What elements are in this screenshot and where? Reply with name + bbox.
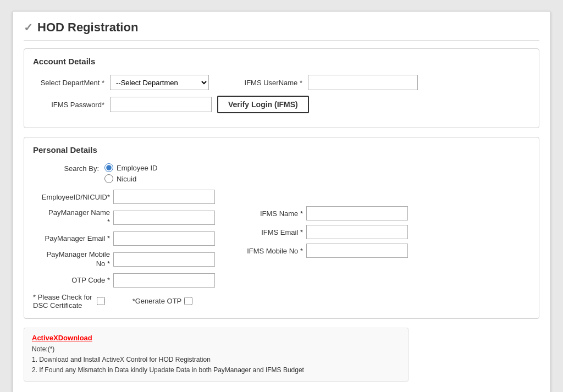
ifms-name-row: IFMS Name * <box>237 206 408 220</box>
radio-nicuid-label: Nicuid <box>117 175 136 183</box>
ifms-name-input[interactable] <box>306 206 408 220</box>
dsc-label: * Please Check forDSC Certificate <box>33 293 92 310</box>
radio-group: Employee ID Nicuid <box>104 163 157 183</box>
ifms-email-label: IFMS Email * <box>237 228 303 236</box>
check-icon: ✓ <box>24 21 33 34</box>
generate-otp-label: *Generate OTP <box>133 297 182 305</box>
dsc-otp-row: * Please Check forDSC Certificate *Gener… <box>33 293 530 310</box>
ifms-email-row: IFMS Email * <box>237 225 408 239</box>
paymanager-name-input[interactable] <box>113 211 215 225</box>
radio-employee-id-label: Employee ID <box>117 164 157 172</box>
ifms-email-input[interactable] <box>306 225 408 239</box>
ifms-mobile-row: IFMS Mobile No * <box>237 244 408 258</box>
department-select[interactable]: --Select DepartmenDepartment 1Department… <box>110 75 209 90</box>
notes-text: Note:(*) 1. Download and Install ActiveX… <box>32 344 400 376</box>
personal-details-title: Personal Details <box>33 145 530 157</box>
search-by-row: Search By: Employee ID Nicuid <box>33 163 530 183</box>
otp-code-label: OTP Code * <box>33 276 110 284</box>
radio-nicuid: Nicuid <box>104 174 157 183</box>
paymanager-mobile-label: PayManager MobileNo * <box>33 250 110 269</box>
ifms-mobile-input[interactable] <box>306 244 408 258</box>
password-input[interactable] <box>110 97 212 112</box>
paymanager-name-label: PayManager Name* <box>33 208 110 227</box>
radio-employee-id-input[interactable] <box>104 163 113 172</box>
personal-left-fields: EmployeeID/NICUID* PayManager Name* PayM… <box>33 190 215 288</box>
notes-item-2: 2. If Found any Mismatch in Data kindly … <box>32 365 400 376</box>
personal-right-fields: IFMS Name * IFMS Email * IFMS Mobile No … <box>237 206 408 288</box>
paymanager-email-row: PayManager Email * <box>33 231 215 246</box>
employee-nicuid-input[interactable] <box>113 190 215 204</box>
account-details-section: Account Details Select DepartMent * --Se… <box>24 48 539 128</box>
page-title: HOD Registration <box>37 20 138 35</box>
notes-section: ActiveXDownload Note:(*) 1. Download and… <box>24 328 409 382</box>
verify-button[interactable]: Verify Login (IFMS) <box>217 96 309 113</box>
notes-item-1: 1. Download and Install ActiveX Control … <box>32 355 400 365</box>
notes-header: Note:(*) <box>32 344 400 355</box>
personal-details-section: Personal Details Search By: Employee ID … <box>24 137 539 319</box>
dsc-checkbox-group: * Please Check forDSC Certificate <box>33 293 105 310</box>
activex-download-link[interactable]: ActiveXDownload <box>32 334 92 342</box>
otp-code-input[interactable] <box>113 273 215 288</box>
username-input[interactable] <box>308 75 418 90</box>
ifms-name-label: IFMS Name * <box>237 209 303 218</box>
search-by-label: Search By: <box>33 163 104 173</box>
page-title-row: ✓ HOD Registration <box>24 20 539 41</box>
username-label: IFMS UserName * <box>231 79 302 87</box>
department-row: Select DepartMent * --Select DepartmenDe… <box>33 75 530 90</box>
page-container: ✓ HOD Registration Account Details Selec… <box>12 11 551 392</box>
employee-nicuid-label: EmployeeID/NICUID* <box>33 193 110 201</box>
password-row: IFMS Password* Verify Login (IFMS) <box>33 96 530 113</box>
paymanager-email-input[interactable] <box>113 231 215 246</box>
paymanager-name-row: PayManager Name* <box>33 208 215 227</box>
radio-nicuid-input[interactable] <box>104 174 113 183</box>
employee-nicuid-row: EmployeeID/NICUID* <box>33 190 215 204</box>
paymanager-email-label: PayManager Email * <box>33 234 110 242</box>
generate-otp-checkbox[interactable] <box>184 297 192 305</box>
department-label: Select DepartMent * <box>33 79 104 87</box>
paymanager-mobile-row: PayManager MobileNo * <box>33 250 215 269</box>
ifms-mobile-label: IFMS Mobile No * <box>237 247 303 255</box>
radio-employee-id: Employee ID <box>104 163 157 172</box>
password-label: IFMS Password* <box>33 101 104 109</box>
otp-code-row: OTP Code * <box>33 273 215 288</box>
account-details-title: Account Details <box>33 57 530 68</box>
dsc-checkbox[interactable] <box>97 297 105 305</box>
generate-otp-group: *Generate OTP <box>133 297 193 305</box>
fields-area: EmployeeID/NICUID* PayManager Name* PayM… <box>33 190 530 288</box>
paymanager-mobile-input[interactable] <box>113 252 215 267</box>
